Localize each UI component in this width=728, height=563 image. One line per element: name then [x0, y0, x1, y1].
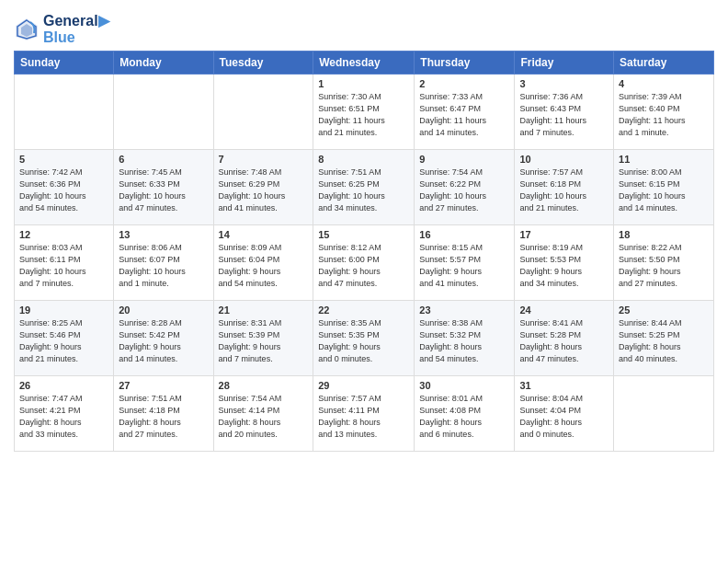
week-row-5: 26Sunrise: 7:47 AM Sunset: 4:21 PM Dayli… — [15, 376, 714, 452]
calendar-cell: 9Sunrise: 7:54 AM Sunset: 6:22 PM Daylig… — [415, 150, 515, 225]
calendar-table: SundayMondayTuesdayWednesdayThursdayFrid… — [14, 51, 714, 452]
calendar-cell: 21Sunrise: 8:31 AM Sunset: 5:39 PM Dayli… — [213, 301, 313, 376]
day-info: Sunrise: 7:39 AM Sunset: 6:40 PM Dayligh… — [619, 91, 709, 139]
day-info: Sunrise: 8:35 AM Sunset: 5:35 PM Dayligh… — [318, 317, 409, 365]
day-number: 4 — [619, 78, 709, 89]
day-number: 18 — [619, 229, 709, 240]
day-number: 6 — [119, 154, 208, 165]
calendar-cell — [114, 75, 213, 150]
day-info: Sunrise: 7:54 AM Sunset: 4:14 PM Dayligh… — [219, 393, 309, 441]
day-number: 15 — [318, 229, 409, 240]
day-info: Sunrise: 8:22 AM Sunset: 5:50 PM Dayligh… — [619, 242, 709, 290]
day-number: 19 — [19, 304, 108, 316]
calendar-cell — [213, 75, 313, 150]
day-info: Sunrise: 8:01 AM Sunset: 4:08 PM Dayligh… — [419, 393, 509, 441]
weekday-header-tuesday: Tuesday — [213, 52, 313, 75]
day-info: Sunrise: 7:33 AM Sunset: 6:47 PM Dayligh… — [419, 91, 509, 139]
calendar-cell: 15Sunrise: 8:12 AM Sunset: 6:00 PM Dayli… — [313, 225, 415, 301]
calendar-cell: 13Sunrise: 8:06 AM Sunset: 6:07 PM Dayli… — [114, 225, 213, 301]
week-row-4: 19Sunrise: 8:25 AM Sunset: 5:46 PM Dayli… — [15, 301, 714, 376]
day-number: 20 — [119, 304, 208, 316]
calendar-cell: 20Sunrise: 8:28 AM Sunset: 5:42 PM Dayli… — [114, 301, 213, 376]
day-number: 21 — [219, 304, 309, 316]
calendar-cell: 5Sunrise: 7:42 AM Sunset: 6:36 PM Daylig… — [15, 150, 114, 225]
day-info: Sunrise: 8:28 AM Sunset: 5:42 PM Dayligh… — [119, 317, 208, 365]
week-row-1: 1Sunrise: 7:30 AM Sunset: 6:51 PM Daylig… — [15, 75, 714, 150]
weekday-header-saturday: Saturday — [614, 52, 714, 75]
day-info: Sunrise: 8:04 AM Sunset: 4:04 PM Dayligh… — [519, 393, 609, 441]
day-number: 23 — [419, 304, 509, 316]
calendar-cell — [15, 75, 114, 150]
day-number: 14 — [219, 229, 309, 240]
day-info: Sunrise: 7:47 AM Sunset: 4:21 PM Dayligh… — [19, 393, 108, 441]
day-info: Sunrise: 8:00 AM Sunset: 6:15 PM Dayligh… — [619, 167, 709, 214]
day-number: 30 — [419, 380, 509, 391]
calendar-cell: 18Sunrise: 8:22 AM Sunset: 5:50 PM Dayli… — [614, 225, 714, 301]
day-info: Sunrise: 8:44 AM Sunset: 5:25 PM Dayligh… — [619, 317, 709, 365]
weekday-header-sunday: Sunday — [15, 52, 114, 75]
header: General▶ Blue — [14, 9, 714, 45]
calendar-cell: 28Sunrise: 7:54 AM Sunset: 4:14 PM Dayli… — [213, 376, 313, 452]
day-info: Sunrise: 7:48 AM Sunset: 6:29 PM Dayligh… — [219, 167, 309, 214]
calendar-cell: 19Sunrise: 8:25 AM Sunset: 5:46 PM Dayli… — [15, 301, 114, 376]
calendar-cell: 1Sunrise: 7:30 AM Sunset: 6:51 PM Daylig… — [313, 75, 415, 150]
day-info: Sunrise: 7:45 AM Sunset: 6:33 PM Dayligh… — [119, 167, 208, 214]
day-info: Sunrise: 7:42 AM Sunset: 6:36 PM Dayligh… — [19, 167, 108, 214]
logo-icon — [14, 17, 40, 42]
day-info: Sunrise: 8:03 AM Sunset: 6:11 PM Dayligh… — [19, 242, 108, 290]
day-info: Sunrise: 7:51 AM Sunset: 4:18 PM Dayligh… — [119, 393, 208, 441]
week-row-3: 12Sunrise: 8:03 AM Sunset: 6:11 PM Dayli… — [15, 225, 714, 301]
calendar-cell: 12Sunrise: 8:03 AM Sunset: 6:11 PM Dayli… — [15, 225, 114, 301]
calendar-cell: 6Sunrise: 7:45 AM Sunset: 6:33 PM Daylig… — [114, 150, 213, 225]
day-number: 7 — [219, 154, 309, 165]
calendar-cell: 22Sunrise: 8:35 AM Sunset: 5:35 PM Dayli… — [313, 301, 415, 376]
day-number: 2 — [419, 78, 509, 89]
week-row-2: 5Sunrise: 7:42 AM Sunset: 6:36 PM Daylig… — [15, 150, 714, 225]
day-info: Sunrise: 7:57 AM Sunset: 4:11 PM Dayligh… — [318, 393, 409, 441]
calendar-cell: 10Sunrise: 7:57 AM Sunset: 6:18 PM Dayli… — [515, 150, 614, 225]
day-number: 26 — [19, 380, 108, 391]
calendar-cell: 26Sunrise: 7:47 AM Sunset: 4:21 PM Dayli… — [15, 376, 114, 452]
day-info: Sunrise: 8:41 AM Sunset: 5:28 PM Dayligh… — [519, 317, 609, 365]
calendar-cell: 27Sunrise: 7:51 AM Sunset: 4:18 PM Dayli… — [114, 376, 213, 452]
day-info: Sunrise: 8:12 AM Sunset: 6:00 PM Dayligh… — [318, 242, 409, 290]
calendar-cell: 14Sunrise: 8:09 AM Sunset: 6:04 PM Dayli… — [213, 225, 313, 301]
day-number: 3 — [519, 78, 609, 89]
day-number: 13 — [119, 229, 208, 240]
calendar-cell: 17Sunrise: 8:19 AM Sunset: 5:53 PM Dayli… — [515, 225, 614, 301]
weekday-header-thursday: Thursday — [415, 52, 515, 75]
day-info: Sunrise: 8:19 AM Sunset: 5:53 PM Dayligh… — [519, 242, 609, 290]
calendar-cell: 3Sunrise: 7:36 AM Sunset: 6:43 PM Daylig… — [515, 75, 614, 150]
day-info: Sunrise: 8:09 AM Sunset: 6:04 PM Dayligh… — [219, 242, 309, 290]
calendar-cell: 7Sunrise: 7:48 AM Sunset: 6:29 PM Daylig… — [213, 150, 313, 225]
weekday-header-wednesday: Wednesday — [313, 52, 415, 75]
day-number: 9 — [419, 154, 509, 165]
day-number: 28 — [219, 380, 309, 391]
calendar-cell — [614, 376, 714, 452]
day-number: 10 — [519, 154, 609, 165]
day-info: Sunrise: 7:54 AM Sunset: 6:22 PM Dayligh… — [419, 167, 509, 214]
calendar-cell: 31Sunrise: 8:04 AM Sunset: 4:04 PM Dayli… — [515, 376, 614, 452]
calendar-cell: 16Sunrise: 8:15 AM Sunset: 5:57 PM Dayli… — [415, 225, 515, 301]
day-number: 29 — [318, 380, 409, 391]
calendar-cell: 25Sunrise: 8:44 AM Sunset: 5:25 PM Dayli… — [614, 301, 714, 376]
page-container: General▶ Blue SundayMondayTuesdayWednesd… — [0, 0, 728, 461]
day-number: 27 — [119, 380, 208, 391]
day-info: Sunrise: 7:36 AM Sunset: 6:43 PM Dayligh… — [519, 91, 609, 139]
day-info: Sunrise: 8:31 AM Sunset: 5:39 PM Dayligh… — [219, 317, 309, 365]
day-info: Sunrise: 7:57 AM Sunset: 6:18 PM Dayligh… — [519, 167, 609, 214]
day-number: 5 — [19, 154, 108, 165]
day-number: 22 — [318, 304, 409, 316]
day-info: Sunrise: 8:25 AM Sunset: 5:46 PM Dayligh… — [19, 317, 108, 365]
day-number: 16 — [419, 229, 509, 240]
day-info: Sunrise: 7:30 AM Sunset: 6:51 PM Dayligh… — [318, 91, 409, 139]
day-number: 1 — [318, 78, 409, 89]
calendar-cell: 29Sunrise: 7:57 AM Sunset: 4:11 PM Dayli… — [313, 376, 415, 452]
day-info: Sunrise: 8:38 AM Sunset: 5:32 PM Dayligh… — [419, 317, 509, 365]
day-info: Sunrise: 8:15 AM Sunset: 5:57 PM Dayligh… — [419, 242, 509, 290]
day-number: 25 — [619, 304, 709, 316]
day-number: 12 — [19, 229, 108, 240]
calendar-cell: 8Sunrise: 7:51 AM Sunset: 6:25 PM Daylig… — [313, 150, 415, 225]
calendar-cell: 23Sunrise: 8:38 AM Sunset: 5:32 PM Dayli… — [415, 301, 515, 376]
day-info: Sunrise: 8:06 AM Sunset: 6:07 PM Dayligh… — [119, 242, 208, 290]
